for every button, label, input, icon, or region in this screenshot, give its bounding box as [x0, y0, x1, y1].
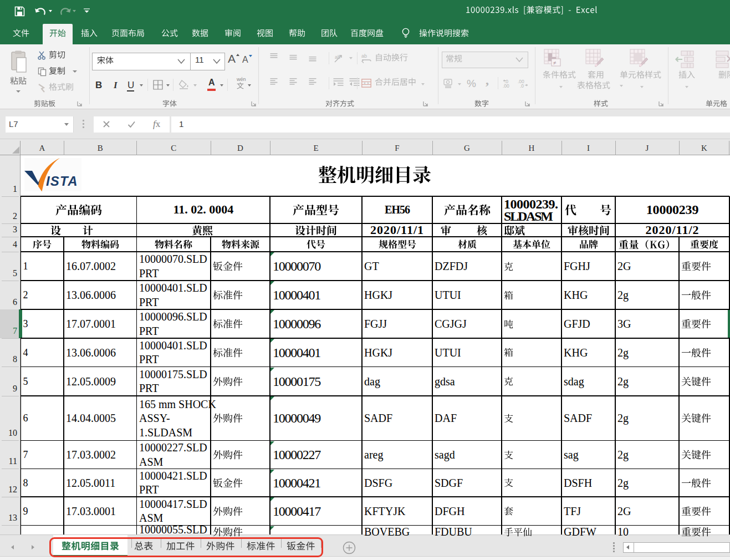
svg-text:ab: ab — [361, 53, 367, 59]
svg-text:≠: ≠ — [553, 60, 557, 66]
svg-text:.0: .0 — [520, 83, 524, 88]
svg-text:ISTA: ISTA — [46, 174, 78, 189]
svg-text:ab: ab — [335, 54, 340, 60]
svg-text:.00: .00 — [503, 83, 509, 88]
